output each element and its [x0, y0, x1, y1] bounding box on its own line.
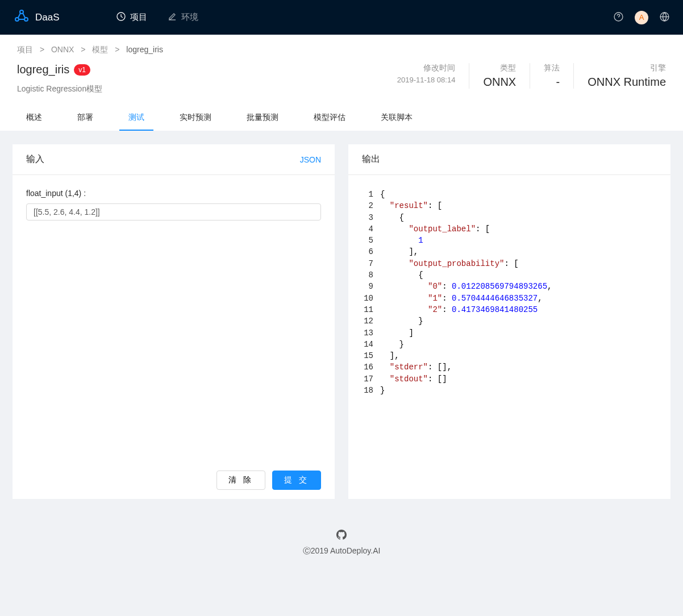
copyright-text: Ⓒ2019 AutoDeploy.AI — [0, 546, 683, 556]
line-content: ], — [380, 246, 418, 257]
tab-eval[interactable]: 模型评估 — [305, 106, 355, 131]
line-number: 14 — [362, 339, 380, 350]
line-content: { — [380, 189, 385, 200]
title-row: logreg_iris v1 Logistic Regression模型 修改时… — [17, 63, 666, 94]
code-line: 13 ] — [362, 327, 657, 339]
meta-modified: 修改时间 2019-11-18 08:14 — [384, 63, 469, 89]
content: 输入 JSON float_input (1,4) : 清 除 提 交 输出 1… — [0, 131, 683, 513]
code-line: 17 "stdout": [] — [362, 373, 657, 385]
crumb-projects[interactable]: 项目 — [17, 45, 33, 54]
code-line: 9 "0": 0.012208569794893265, — [362, 281, 657, 292]
code-line: 8 { — [362, 269, 657, 281]
tabs: 概述 部署 测试 实时预测 批量预测 模型评估 关联脚本 — [17, 106, 666, 131]
meta-modified-label: 修改时间 — [397, 63, 456, 73]
tab-batch[interactable]: 批量预测 — [238, 106, 288, 131]
clear-button[interactable]: 清 除 — [216, 471, 265, 490]
line-number: 16 — [362, 361, 380, 373]
tab-deploy[interactable]: 部署 — [68, 106, 102, 131]
code-line: 7 "output_probability": [ — [362, 258, 657, 269]
tab-realtime[interactable]: 实时预测 — [170, 106, 220, 131]
avatar[interactable]: A — [635, 11, 648, 24]
crumb-onnx[interactable]: ONNX — [51, 45, 74, 54]
code-line: 1{ — [362, 189, 657, 200]
input-panel-footer: 清 除 提 交 — [13, 461, 335, 499]
line-content: "0": 0.012208569794893265, — [380, 281, 552, 292]
line-content: "stderr": [], — [380, 361, 452, 373]
logo[interactable]: DaaS — [14, 9, 60, 26]
code-line: 5 1 — [362, 235, 657, 246]
breadcrumb: 项目 > ONNX > 模型 > logreg_iris — [17, 45, 666, 55]
page-title: logreg_iris — [17, 63, 69, 76]
line-content: ] — [380, 327, 414, 339]
meta-modified-value: 2019-11-18 08:14 — [397, 76, 456, 84]
nav-projects-label: 项目 — [130, 12, 147, 23]
meta-engine-value: ONNX Runtime — [588, 76, 666, 89]
line-content: "result": [ — [380, 200, 442, 211]
line-number: 5 — [362, 235, 380, 246]
code-line: 18} — [362, 385, 657, 396]
input-panel-title: 输入 — [26, 153, 44, 165]
input-panel: 输入 JSON float_input (1,4) : 清 除 提 交 — [13, 144, 335, 499]
nav-projects[interactable]: 项目 — [116, 12, 147, 23]
github-icon[interactable] — [0, 530, 683, 542]
meta-algo: 算法 - — [530, 63, 573, 89]
app-header: DaaS 项目 环境 A — [0, 0, 683, 35]
help-icon[interactable] — [614, 12, 623, 23]
brand-text: DaaS — [35, 12, 60, 23]
float-input-field[interactable] — [26, 203, 321, 220]
avatar-initial: A — [639, 13, 644, 22]
line-content: } — [380, 315, 423, 327]
format-toggle[interactable]: JSON — [300, 155, 321, 164]
line-content: "output_probability": [ — [380, 258, 519, 269]
line-number: 12 — [362, 315, 380, 327]
title-left: logreg_iris v1 Logistic Regression模型 — [17, 63, 384, 94]
line-content: } — [380, 339, 404, 350]
meta-engine-label: 引擎 — [588, 63, 666, 73]
footer: Ⓒ2019 AutoDeploy.AI — [0, 513, 683, 579]
line-number: 3 — [362, 212, 380, 223]
line-content: { — [380, 212, 404, 223]
line-number: 6 — [362, 246, 380, 257]
page-subtitle: Logistic Regression模型 — [17, 84, 384, 94]
code-line: 16 "stderr": [], — [362, 361, 657, 373]
line-number: 17 — [362, 373, 380, 385]
version-badge: v1 — [74, 64, 90, 76]
meta-algo-label: 算法 — [544, 63, 560, 73]
meta-grid: 修改时间 2019-11-18 08:14 类型 ONNX 算法 - 引擎 ON… — [384, 63, 666, 89]
line-number: 1 — [362, 189, 380, 200]
line-content: "2": 0.4173469841480255 — [380, 304, 538, 315]
code-line: 11 "2": 0.4173469841480255 — [362, 304, 657, 315]
tab-test[interactable]: 测试 — [119, 106, 153, 131]
output-panel-body: 1{2 "result": [3 {4 "output_label": [5 1… — [348, 175, 670, 499]
svg-point-2 — [24, 18, 28, 21]
output-code: 1{2 "result": [3 {4 "output_label": [5 1… — [362, 189, 657, 396]
tab-overview[interactable]: 概述 — [17, 106, 51, 131]
crumb-models[interactable]: 模型 — [92, 45, 108, 54]
code-line: 4 "output_label": [ — [362, 223, 657, 235]
output-panel-header: 输出 — [348, 144, 670, 175]
crumb-sep: > — [81, 45, 85, 54]
meta-type-label: 类型 — [483, 63, 516, 73]
nav: 项目 环境 — [116, 12, 614, 23]
crumb-sep: > — [40, 45, 44, 54]
submit-button[interactable]: 提 交 — [272, 471, 321, 490]
globe-icon[interactable] — [660, 12, 669, 23]
meta-type-value: ONNX — [483, 76, 516, 89]
tab-scripts[interactable]: 关联脚本 — [372, 106, 422, 131]
logo-icon — [14, 9, 30, 26]
line-content: 1 — [380, 235, 423, 246]
nav-env[interactable]: 环境 — [168, 12, 198, 23]
input-panel-body: float_input (1,4) : — [13, 175, 335, 461]
line-content: ], — [380, 350, 399, 361]
code-line: 12 } — [362, 315, 657, 327]
output-panel-title: 输出 — [362, 153, 380, 165]
header-right: A — [614, 11, 669, 24]
input-panel-header: 输入 JSON — [13, 144, 335, 175]
line-number: 9 — [362, 281, 380, 292]
line-number: 2 — [362, 200, 380, 211]
crumb-sep: > — [115, 45, 119, 54]
dashboard-icon — [116, 12, 126, 23]
line-content: "stdout": [] — [380, 373, 447, 385]
meta-engine: 引擎 ONNX Runtime — [573, 63, 666, 89]
code-line: 3 { — [362, 212, 657, 223]
